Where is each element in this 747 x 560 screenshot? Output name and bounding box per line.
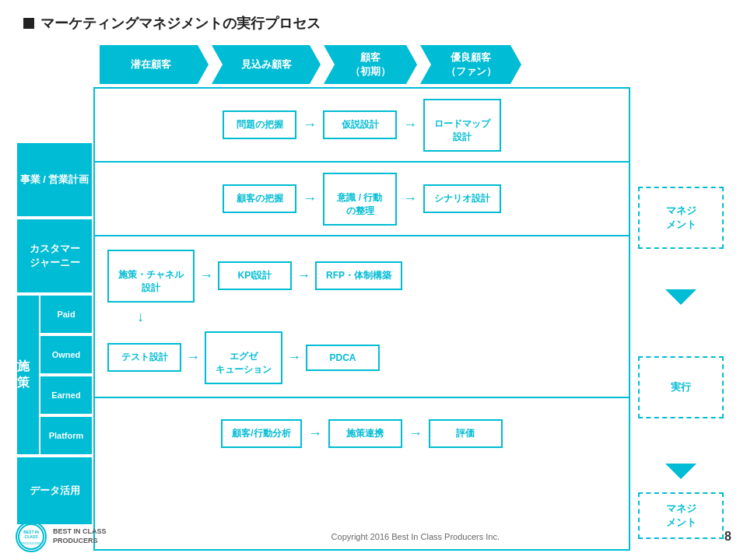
sub-earned: Earned xyxy=(39,375,93,415)
arrow-3: → xyxy=(303,191,317,207)
content-data: 顧客/行動分析 → 施策連携 → 評価 xyxy=(95,398,629,468)
title-square xyxy=(23,18,34,29)
process-scenario: シナリオ設計 xyxy=(423,184,501,213)
content-customer: 顧客の把握 → 意識 / 行動 の整理 → シナリオ設計 xyxy=(95,163,629,236)
triangle-2 xyxy=(630,464,731,479)
arrow-8: → xyxy=(287,349,301,366)
arrow-潜在顧客: 潜在顧客 xyxy=(100,45,209,84)
footer: BEST IN CLASS PRODUCERS BEST IN CLASS PR… xyxy=(0,521,747,552)
arrow-2: → xyxy=(403,117,417,133)
content-shisetsu: 施策・チャネル 設計 → KPI設計 → RFP・体制構築 ↓ xyxy=(95,236,629,398)
label-jigyou: 事業 / 営業計画 xyxy=(16,142,93,218)
logo-circle: BEST IN CLASS PRODUCERS xyxy=(16,521,47,552)
footer-copyright: Copyright 2016 Best In Class Producers I… xyxy=(331,532,500,541)
shisetsu-row1: 施策・チャネル 設計 → KPI設計 → RFP・体制構築 xyxy=(107,250,616,303)
process-renraku: 施策連携 xyxy=(328,419,402,448)
arrow-10: → xyxy=(409,425,423,442)
arrow-1: → xyxy=(303,117,317,133)
process-test: テスト設計 xyxy=(107,343,181,372)
arrow-9: → xyxy=(308,425,322,442)
svg-text:CLASS: CLASS xyxy=(25,534,39,539)
page-title: マーケティングマネジメントの実行プロセス xyxy=(0,0,747,40)
logo-area: BEST IN CLASS PRODUCERS BEST IN CLASS PR… xyxy=(16,521,107,552)
process-rfp: RFP・体制構築 xyxy=(315,261,402,290)
triangle-1 xyxy=(630,289,731,305)
arrow-down-icon: ↓ xyxy=(137,309,144,325)
arrow-7: → xyxy=(186,349,200,366)
footer-page-number: 8 xyxy=(724,530,731,544)
label-shisetsu-wrapper: 施策 Paid Owned Earned Platform xyxy=(16,294,93,456)
arrow-顧客初期: 顧客 （初期） xyxy=(324,45,417,84)
sub-platform: Platform xyxy=(39,415,93,456)
logo-text: BEST IN CLASS PRODUCERS xyxy=(53,527,107,545)
process-ishiki: 意識 / 行動 の整理 xyxy=(323,173,397,226)
process-kpi: KPI設計 xyxy=(218,261,292,290)
process-koudo: 顧客/行動分析 xyxy=(221,419,301,448)
right-management1: マネジ メント xyxy=(630,142,731,294)
arrow-優良顧客: 優良顧客 （ファン） xyxy=(420,45,521,84)
sub-paid: Paid xyxy=(39,294,93,334)
arrow-4: → xyxy=(403,191,417,207)
svg-text:PRODUCERS: PRODUCERS xyxy=(21,541,41,545)
process-pdca: PDCA xyxy=(306,345,380,371)
shisetsu-row2: テスト設計 → エグゼ キューション → PDCA xyxy=(107,331,616,384)
process-hyoka: 評価 xyxy=(429,419,503,448)
label-data: データ活用 xyxy=(16,456,93,526)
arrow-5: → xyxy=(199,268,213,284)
arrow-6: → xyxy=(296,268,310,284)
process-kasetsu: 仮説設計 xyxy=(323,110,397,139)
process-mondai: 問題の把握 xyxy=(223,110,296,139)
shisetsu-big-label: 施策 xyxy=(16,294,39,456)
process-roadmap: ロードマップ 設計 xyxy=(423,99,501,152)
right-jikko: 実行 xyxy=(630,306,731,468)
process-exec: エグゼ キューション xyxy=(205,331,282,384)
arrow-見込み顧客: 見込み顧客 xyxy=(212,45,321,84)
sub-owned: Owned xyxy=(39,334,93,375)
content-jigyou: 問題の把握 → 仮説設計 → ロードマップ 設計 xyxy=(95,89,629,163)
process-kyaku-haaku: 顧客の把握 xyxy=(223,184,296,213)
label-customer: カスタマー ジャーニー xyxy=(16,218,93,294)
process-channel: 施策・チャネル 設計 xyxy=(107,250,195,303)
